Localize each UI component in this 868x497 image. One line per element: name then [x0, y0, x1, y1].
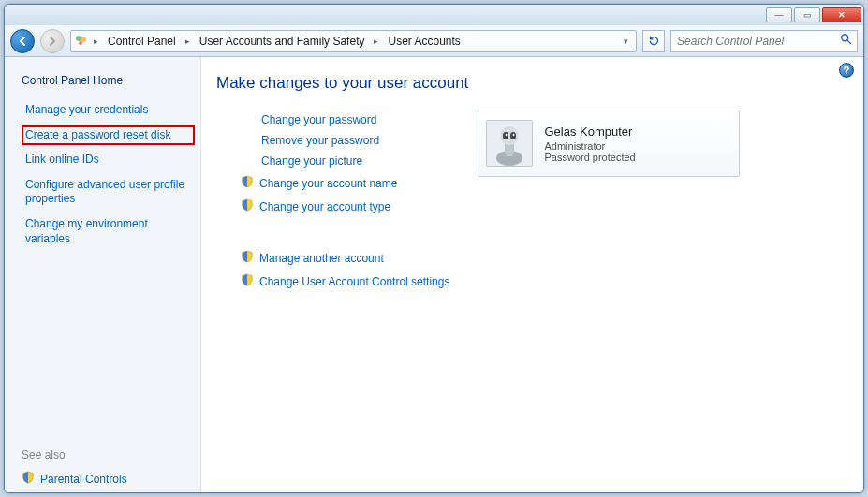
shield-icon	[241, 273, 254, 289]
action-change-password[interactable]: Change your password	[261, 113, 376, 126]
refresh-button[interactable]	[642, 30, 665, 52]
action-change-uac-settings[interactable]: Change User Account Control settings	[259, 275, 449, 288]
chevron-right-icon[interactable]: ▸	[372, 37, 380, 46]
shield-icon	[241, 198, 254, 214]
action-list: Change your password Remove your passwor…	[241, 110, 449, 293]
svg-point-12	[513, 134, 515, 136]
window: — ▭ ✕ ▸ Control Panel ▸ User Accounts an…	[4, 4, 864, 493]
maximize-button[interactable]: ▭	[794, 7, 820, 22]
close-button[interactable]: ✕	[822, 7, 861, 22]
task-change-env-variables[interactable]: Change my environment variables	[22, 214, 195, 249]
shield-icon	[22, 471, 35, 487]
action-change-account-type[interactable]: Change your account type	[259, 200, 390, 213]
main-pane: ? Make changes to your user account Chan…	[201, 57, 863, 492]
avatar	[486, 120, 533, 167]
user-status: Password protected	[544, 152, 635, 163]
location-icon	[73, 33, 90, 50]
task-configure-advanced-profile[interactable]: Configure advanced user profile properti…	[22, 175, 195, 210]
shield-icon	[241, 250, 254, 266]
task-link-online-ids[interactable]: Link online IDs	[22, 150, 195, 170]
address-bar[interactable]: ▸ Control Panel ▸ User Accounts and Fami…	[70, 30, 637, 52]
see-also-parental-controls[interactable]: Parental Controls	[22, 471, 195, 487]
action-manage-another-account[interactable]: Manage another account	[259, 252, 384, 265]
shield-icon	[241, 175, 254, 191]
back-button[interactable]	[10, 29, 35, 53]
action-remove-password[interactable]: Remove your password	[261, 134, 379, 147]
action-change-picture[interactable]: Change your picture	[261, 154, 362, 168]
user-info: Gelas Komputer Administrator Password pr…	[544, 124, 635, 163]
svg-point-2	[79, 41, 82, 45]
forward-button	[40, 29, 65, 53]
breadcrumb[interactable]: Control Panel	[102, 31, 182, 51]
body: Control Panel Home Manage your credentia…	[5, 57, 863, 492]
search-icon[interactable]	[840, 33, 853, 49]
navbar: ▸ Control Panel ▸ User Accounts and Fami…	[5, 25, 863, 57]
minimize-button[interactable]: —	[766, 7, 792, 22]
user-name: Gelas Komputer	[544, 124, 635, 139]
dropdown-icon[interactable]: ▾	[617, 33, 634, 50]
user-card[interactable]: Gelas Komputer Administrator Password pr…	[478, 110, 740, 177]
page-title: Make changes to your user account	[216, 74, 848, 93]
control-panel-home-link[interactable]: Control Panel Home	[22, 74, 195, 87]
left-pane: Control Panel Home Manage your credentia…	[5, 57, 201, 492]
see-also-label: See also	[22, 448, 195, 461]
task-create-password-reset-disk[interactable]: Create a password reset disk	[22, 125, 195, 146]
chevron-right-icon[interactable]: ▸	[184, 37, 192, 46]
action-change-account-name[interactable]: Change your account name	[259, 177, 397, 190]
search-input[interactable]	[675, 34, 840, 49]
search-box[interactable]	[670, 30, 858, 52]
svg-point-0	[76, 36, 81, 41]
see-also-item-label: Parental Controls	[40, 473, 127, 486]
task-manage-credentials[interactable]: Manage your credentials	[22, 100, 195, 121]
titlebar: — ▭ ✕	[5, 5, 863, 25]
help-button[interactable]: ?	[839, 63, 854, 78]
breadcrumb[interactable]: User Accounts and Family Safety	[194, 31, 371, 51]
svg-point-1	[81, 37, 86, 42]
svg-point-11	[506, 134, 508, 136]
chevron-right-icon[interactable]: ▸	[92, 37, 100, 46]
user-role: Administrator	[544, 140, 635, 152]
breadcrumb[interactable]: User Accounts	[382, 31, 465, 51]
svg-line-4	[847, 40, 851, 44]
